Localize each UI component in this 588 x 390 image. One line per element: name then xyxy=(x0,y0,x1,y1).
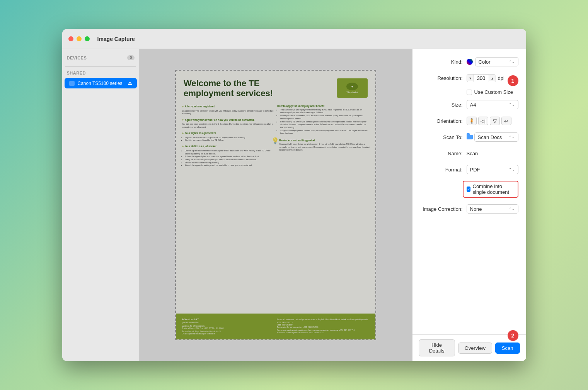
close-button[interactable] xyxy=(68,36,73,41)
resolution-stepper[interactable]: ▾ 300 ▴ xyxy=(467,74,496,82)
lightbulb-icon: 💡 xyxy=(271,137,279,144)
scan-button[interactable]: Scan xyxy=(495,343,520,354)
size-row: Size: A4 ⌃⌄ xyxy=(420,100,518,110)
settings-footer: 2 Hide Details Overview Scan xyxy=(412,334,526,361)
doc-left-col: After you have registered as a jobseeker… xyxy=(182,105,274,170)
main-content: DEVICES 0 SHARED Canon TS5100 series ⏏ W… xyxy=(62,49,526,361)
format-select-arrow: ⌃⌄ xyxy=(509,168,515,171)
orientation-row: Orientation: 🧍 ◁| ▽ ↩ xyxy=(420,116,518,126)
resolution-row: Resolution: ▾ 300 ▴ dpi xyxy=(420,73,518,83)
sidebar: DEVICES 0 SHARED Canon TS5100 series ⏏ xyxy=(62,49,140,361)
size-select[interactable]: A4 ⌃⌄ xyxy=(467,100,518,109)
doc-section-title-3: Your rights as a jobseeker xyxy=(182,131,274,135)
kind-label: Kind: xyxy=(420,59,463,65)
doc-rights-list: Right to receive individual guidance on … xyxy=(182,136,274,142)
format-select[interactable]: PDF ⌃⌄ xyxy=(467,165,518,174)
orientation-control: 🧍 ◁| ▽ ↩ xyxy=(467,117,518,125)
resolution-decrement[interactable]: ▾ xyxy=(467,75,474,81)
overview-button[interactable]: Overview xyxy=(458,343,492,354)
format-label: Format: xyxy=(420,167,463,173)
kind-select[interactable]: Color ⌃⌄ xyxy=(475,57,518,66)
sidebar-item-printer[interactable]: Canon TS5100 series ⏏ xyxy=(65,78,137,88)
window-title: Image Capture xyxy=(97,36,135,42)
orient-portrait[interactable]: 🧍 xyxy=(467,117,477,125)
doc-right-col: How to apply for unemployment benefit Yo… xyxy=(277,105,370,170)
image-correction-arrow: ⌃⌄ xyxy=(509,207,515,211)
doc-section-1: After you have registered as a jobseeker… xyxy=(182,105,274,115)
maximize-button[interactable] xyxy=(85,36,90,41)
format-control: PDF ⌃⌄ xyxy=(467,165,518,174)
devices-section-label: DEVICES 0 xyxy=(62,55,139,63)
name-control xyxy=(467,151,526,156)
doc-footer: E-Services 24/7 tyomarkkinatori.fi/en Uu… xyxy=(176,314,375,339)
scan-to-row: Scan To: Scan Docs ⌃⌄ xyxy=(420,132,518,142)
orientation-buttons: 🧍 ◁| ▽ ↩ xyxy=(467,117,511,125)
doc-header: Welcome to the TE employment services! ▼… xyxy=(176,71,375,103)
orientation-label: Orientation: xyxy=(420,118,463,124)
printer-icon xyxy=(69,81,75,86)
doc-section-3: Your rights as a jobseeker Right to rece… xyxy=(182,131,274,142)
image-correction-select[interactable]: None ⌃⌄ xyxy=(467,204,518,214)
kind-select-arrow: ⌃⌄ xyxy=(509,60,515,64)
scan-to-arrow: ⌃⌄ xyxy=(509,135,515,139)
custom-size-label: Use Custom Size xyxy=(474,89,513,95)
shared-section-label: SHARED xyxy=(62,71,139,78)
image-correction-row: Image Correction: None ⌃⌄ xyxy=(420,204,518,214)
doc-body: After you have registered as a jobseeker… xyxy=(176,103,375,171)
scan-to-select[interactable]: Scan Docs ⌃⌄ xyxy=(474,132,518,142)
sidebar-item-label: Canon TS5100 series xyxy=(78,81,123,86)
traffic-lights xyxy=(68,36,90,41)
resolution-label: Resolution: xyxy=(420,75,463,81)
scan-to-control: Scan Docs ⌃⌄ xyxy=(467,132,518,142)
doc-section-text-1: as a jobseeker, we will be in touch with… xyxy=(182,110,274,115)
settings-body: Kind: Color ⌃⌄ Resolution: ▾ xyxy=(412,49,526,334)
size-select-arrow: ⌃⌄ xyxy=(509,103,515,107)
titlebar: Image Capture xyxy=(62,29,526,49)
doc-section-title-4: Your duties as a jobseeker xyxy=(182,144,274,148)
format-row: Format: PDF ⌃⌄ xyxy=(420,164,518,175)
scan-preview: Welcome to the TE employment services! ▼… xyxy=(175,70,376,340)
orient-portrait-flip[interactable]: ↩ xyxy=(501,117,511,125)
folder-icon xyxy=(467,135,473,139)
doc-footer-right: Personal customers, national prison serv… xyxy=(277,318,370,335)
name-input[interactable] xyxy=(467,151,526,156)
combine-row: ✓ Combine into single document xyxy=(463,181,518,198)
size-control: A4 ⌃⌄ xyxy=(467,100,518,109)
preview-area: Welcome to the TE employment services! ▼… xyxy=(140,49,412,361)
doc-unemployment-list: You can receive unemployment benefit onl… xyxy=(277,109,370,135)
action-buttons: Overview Scan xyxy=(458,343,520,354)
image-correction-label: Image Correction: xyxy=(420,206,463,212)
name-row: Name: xyxy=(420,148,518,158)
combine-label: Combine into single document xyxy=(473,183,515,195)
doc-section-2: Agree with your advisor on how you want … xyxy=(182,118,274,129)
scan-to-label: Scan To: xyxy=(420,134,463,140)
doc-title: Welcome to the TE employment services! xyxy=(184,78,285,99)
custom-size-checkbox[interactable] xyxy=(467,90,472,95)
document-content: Welcome to the TE employment services! ▼… xyxy=(176,71,375,339)
minimize-button[interactable] xyxy=(77,36,82,41)
badge-2: 2 xyxy=(508,330,518,341)
kind-control: Color ⌃⌄ xyxy=(467,57,518,66)
color-icon xyxy=(467,59,473,65)
doc-duties-list: Deliver up-to-date information about you… xyxy=(182,149,274,167)
doc-logo: ▼ TE-palvelut xyxy=(337,78,368,98)
sidebar-divider xyxy=(65,66,136,67)
combine-checkbox[interactable]: ✓ xyxy=(467,187,470,192)
hide-details-button[interactable]: Hide Details xyxy=(419,339,455,356)
doc-reminders-section: 💡 Reminders and waiting period You must … xyxy=(277,139,370,152)
custom-size-row: Use Custom Size xyxy=(467,89,518,95)
resolution-value: 300 xyxy=(474,75,489,82)
doc-section-text-2: You can see your appointments in the E-S… xyxy=(182,123,274,129)
resolution-increment[interactable]: ▴ xyxy=(489,75,496,81)
orient-landscape-left[interactable]: ◁| xyxy=(478,117,488,125)
doc-section-4: Your duties as a jobseeker Deliver up-to… xyxy=(182,144,274,167)
eject-icon[interactable]: ⏏ xyxy=(128,80,132,86)
doc-section-5: How to apply for unemployment benefit Yo… xyxy=(277,105,370,135)
settings-panel: 1 Kind: Color ⌃⌄ Resolution: xyxy=(412,49,526,361)
name-label: Name: xyxy=(420,151,463,156)
devices-count-badge: 0 xyxy=(127,55,134,60)
dpi-label: dpi xyxy=(498,75,504,81)
app-window: Image Capture DEVICES 0 SHARED Canon TS5… xyxy=(62,29,526,361)
orient-landscape-right[interactable]: ▽ xyxy=(490,117,500,125)
kind-row: Kind: Color ⌃⌄ xyxy=(420,57,518,67)
